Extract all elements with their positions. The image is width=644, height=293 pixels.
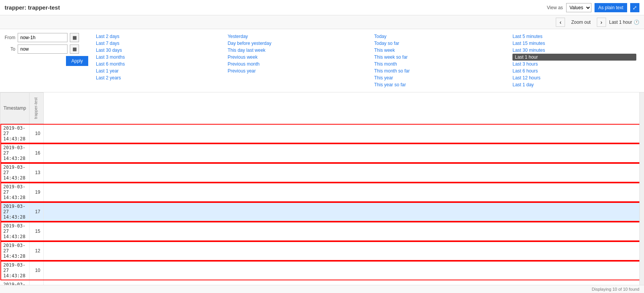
- col-trapper-header: trapper-test: [29, 93, 43, 124]
- quick-link-item[interactable]: Last 5 minutes: [512, 33, 636, 40]
- cell-timestamp: 2019-03-27 14:43:28: [0, 261, 30, 280]
- top-bar-right: View as Values As plain text ⤢: [547, 3, 639, 12]
- cell-value: 10: [29, 261, 43, 280]
- zoom-out-button[interactable]: Zoom out: [568, 19, 594, 26]
- cell-timestamp: 2019-03-27 14:43:28: [0, 241, 30, 261]
- view-as-label: View as: [547, 5, 563, 10]
- to-calendar-button[interactable]: ▦: [70, 44, 79, 54]
- quick-link-item[interactable]: Last 3 months: [96, 54, 216, 61]
- cell-timestamp: 2019-03-27 14:43:28: [0, 202, 30, 222]
- cell-value: 13: [29, 163, 43, 183]
- cell-empty: [43, 241, 644, 261]
- cell-empty: [43, 124, 644, 143]
- table-row[interactable]: 2019-03-27 14:43:2810: [0, 124, 644, 143]
- status-text: Displaying 10 of 10 found: [592, 287, 639, 291]
- to-input[interactable]: [18, 44, 68, 54]
- to-label: To: [4, 46, 15, 52]
- quick-link-item[interactable]: This day last week: [227, 47, 362, 54]
- quick-link-item[interactable]: Last 2 days: [96, 33, 216, 40]
- quick-link-item[interactable]: Last 1 hour: [512, 54, 636, 61]
- quick-link-item[interactable]: Today: [374, 33, 501, 40]
- cell-empty: [43, 261, 644, 280]
- quick-link-item[interactable]: This month so far: [374, 67, 501, 74]
- from-to-block: From ▦ To ▦ Apply: [4, 33, 88, 66]
- quick-link-item[interactable]: Last 3 hours: [512, 61, 636, 67]
- from-calendar-button[interactable]: ▦: [70, 33, 79, 42]
- table-row[interactable]: 2019-03-27 14:43:2813: [0, 163, 644, 183]
- from-input[interactable]: [18, 33, 68, 42]
- cell-timestamp: 2019-03-27 14:43:28: [0, 124, 30, 143]
- quick-link-item[interactable]: Last 1 day: [512, 81, 636, 88]
- cell-value: 17: [29, 202, 43, 222]
- page-title: trapper: trapper-test: [5, 4, 60, 11]
- quick-link-item[interactable]: Last 1 year: [96, 67, 216, 74]
- toolbar: ‹ Zoom out › Last 1 hour 🕐: [0, 15, 644, 29]
- expand-button[interactable]: ⤢: [630, 3, 639, 12]
- status-bar: Displaying 10 of 10 found: [0, 285, 644, 293]
- quick-links-col-1: Last 2 daysLast 7 daysLast 30 daysLast 3…: [96, 33, 216, 88]
- quick-link-item[interactable]: Last 12 hours: [512, 74, 636, 81]
- cell-value: 15: [29, 222, 43, 241]
- quick-links-col-3: TodayToday so farThis weekThis week so f…: [374, 33, 501, 88]
- quick-links-col-4: Last 5 minutesLast 15 minutesLast 30 min…: [512, 33, 636, 88]
- from-label: From: [4, 35, 15, 40]
- quick-link-item[interactable]: This week so far: [374, 54, 501, 61]
- quick-link-item[interactable]: Previous month: [227, 61, 362, 67]
- quick-links-col-2: YesterdayDay before yesterdayThis day la…: [227, 33, 362, 88]
- quick-link-item[interactable]: Yesterday: [227, 33, 362, 40]
- col-trapper-rotated: trapper-test: [33, 94, 39, 122]
- table-row[interactable]: 2019-03-27 14:43:2815: [0, 222, 644, 241]
- cell-timestamp: 2019-03-27 14:43:28: [0, 222, 30, 241]
- time-panel: From ▦ To ▦ Apply Last 2 daysLast 7 days…: [0, 29, 644, 92]
- from-row: From ▦: [4, 33, 88, 42]
- quick-links: Last 2 daysLast 7 daysLast 30 daysLast 3…: [96, 33, 636, 88]
- quick-link-item[interactable]: Last 2 years: [96, 74, 216, 81]
- plain-text-button[interactable]: As plain text: [595, 3, 627, 12]
- cell-empty: [43, 202, 644, 222]
- table-row[interactable]: 2019-03-27 14:43:2812: [0, 241, 644, 261]
- cell-value: 12: [29, 241, 43, 261]
- cell-timestamp: 2019-03-27 14:43:28: [0, 163, 30, 183]
- quick-link-item[interactable]: Previous year: [227, 67, 362, 74]
- cell-value: 10: [29, 124, 43, 143]
- col-empty: [43, 93, 644, 124]
- quick-link-item[interactable]: This week: [374, 47, 501, 54]
- cell-value: 19: [29, 183, 43, 202]
- table-row[interactable]: 2019-03-27 14:43:2810: [0, 261, 644, 280]
- cell-empty: [43, 143, 644, 163]
- quick-link-item[interactable]: This year so far: [374, 81, 501, 88]
- table-row[interactable]: 2019-03-27 14:43:2817: [0, 202, 644, 222]
- cell-value: 16: [29, 143, 43, 163]
- data-table: Timestamp trapper-test 2019-03-27 14:43:…: [0, 92, 644, 293]
- quick-link-item[interactable]: Last 30 minutes: [512, 47, 636, 54]
- quick-link-item[interactable]: Last 15 minutes: [512, 40, 636, 47]
- quick-link-item[interactable]: Today so far: [374, 40, 501, 47]
- nav-prev-button[interactable]: ‹: [556, 18, 565, 27]
- quick-link-item[interactable]: Last 7 days: [96, 40, 216, 47]
- quick-link-item[interactable]: Last 30 days: [96, 47, 216, 54]
- quick-link-item[interactable]: Previous week: [227, 54, 362, 61]
- cell-empty: [43, 183, 644, 202]
- quick-link-item[interactable]: Last 6 months: [96, 61, 216, 67]
- apply-button[interactable]: Apply: [66, 56, 88, 66]
- quick-link-item[interactable]: This month: [374, 61, 501, 67]
- table-row[interactable]: 2019-03-27 14:43:2816: [0, 143, 644, 163]
- scrollbar[interactable]: [639, 92, 644, 293]
- top-bar: trapper: trapper-test View as Values As …: [0, 0, 644, 15]
- cell-timestamp: 2019-03-27 14:43:28: [0, 183, 30, 202]
- quick-link-item[interactable]: Day before yesterday: [227, 40, 362, 47]
- clock-icon: 🕐: [634, 20, 639, 25]
- view-as-select[interactable]: Values: [566, 3, 591, 12]
- cell-empty: [43, 163, 644, 183]
- quick-link-item[interactable]: Last 6 hours: [512, 67, 636, 74]
- nav-next-button[interactable]: ›: [597, 18, 606, 27]
- cell-empty: [43, 222, 644, 241]
- col-timestamp-header: Timestamp: [0, 93, 30, 124]
- to-row: To ▦: [4, 44, 88, 54]
- data-section: Timestamp trapper-test 2019-03-27 14:43:…: [0, 92, 644, 293]
- quick-link-item[interactable]: This year: [374, 74, 501, 81]
- table-row[interactable]: 2019-03-27 14:43:2819: [0, 183, 644, 202]
- cell-timestamp: 2019-03-27 14:43:28: [0, 143, 30, 163]
- time-range-label: Last 1 hour 🕐: [609, 20, 639, 25]
